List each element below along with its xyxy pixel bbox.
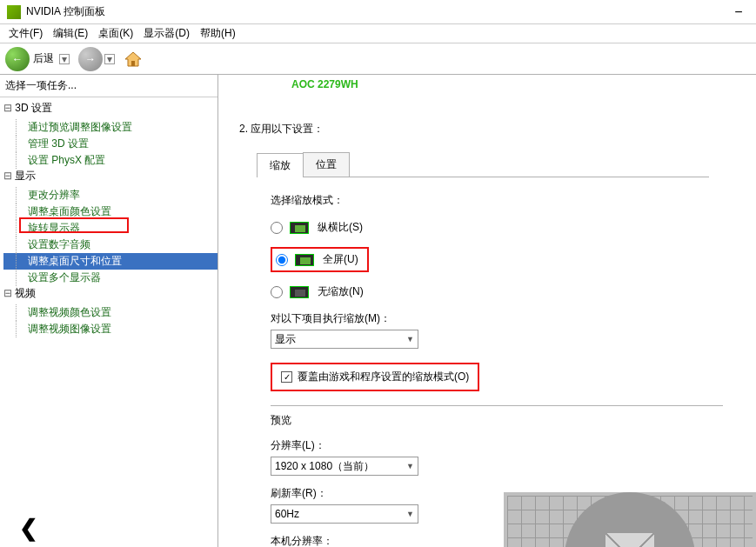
resolution-value: 1920 x 1080（当前） [275,459,374,474]
radio-none-row[interactable]: 无缩放(N) [271,284,746,299]
menu-help[interactable]: 帮助(H) [195,26,241,41]
menu-desktop[interactable]: 桌面(K) [93,26,138,41]
radio-none[interactable] [271,286,283,298]
tree-item-change-resolution[interactable]: 更改分辨率 [3,187,217,203]
chevron-down-icon: ▾ [62,53,67,65]
tab-position[interactable]: 位置 [303,152,350,177]
override-checkbox-row[interactable]: ✓ 覆盖由游戏和程序设置的缩放模式(O) [281,370,469,384]
tree-item-video-color[interactable]: 调整视频颜色设置 [3,304,217,321]
window-title: NVIDIA 控制面板 [26,4,728,19]
sidebar-header: 选择一项任务... [0,75,217,97]
highlight-box: 全屏(U) [271,247,369,272]
highlight-box: ✓ 覆盖由游戏和程序设置的缩放模式(O) [271,363,479,391]
minimize-button[interactable]: − [728,4,749,20]
tree-item-rotate-display[interactable]: 旋转显示器 [3,220,217,237]
forward-dropdown[interactable]: ▾ [104,54,115,64]
preview-heading: 预览 [271,413,746,428]
tree-item-multi-display[interactable]: 设置多个显示器 [3,270,217,286]
perform-on-label: 对以下项目执行缩放(M)： [271,311,746,326]
tabs: 缩放 位置 [257,152,709,177]
monitor-icon [290,286,309,298]
tree-item-physx[interactable]: 设置 PhysX 配置 [3,152,217,169]
tree-item-adjust-image-preview[interactable]: 通过预览调整图像设置 [3,119,217,136]
perform-on-value: 显示 [275,332,296,347]
resolution-label: 分辨率(L)： [271,438,746,453]
nvidia-logo-icon [7,5,21,19]
svg-rect-1 [131,61,135,66]
arrow-left-icon: ← [12,53,23,65]
override-checkbox[interactable]: ✓ [281,371,292,383]
chevron-down-icon: ▼ [406,510,414,518]
forward-button[interactable]: → [78,47,103,71]
tree-item-adjust-size-position[interactable]: 调整桌面尺寸和位置 [3,253,217,270]
home-button[interactable] [124,50,143,68]
section-title: 2. 应用以下设置： [239,122,746,137]
radio-fullscreen[interactable] [276,254,288,266]
tree-item-digital-audio[interactable]: 设置数字音频 [3,237,217,253]
refresh-select[interactable]: 60Hz ▼ [271,504,418,524]
scale-mode-heading: 选择缩放模式： [271,193,746,208]
task-tree: 3D 设置 通过预览调整图像设置 管理 3D 设置 设置 PhysX 配置 显示… [0,97,217,547]
menu-bar: 文件(F) 编辑(E) 桌面(K) 显示器(D) 帮助(H) [0,24,756,43]
tree-category-video[interactable]: 视频 [3,287,36,299]
back-button[interactable]: ← [5,47,30,71]
menu-edit[interactable]: 编辑(E) [48,26,93,41]
monitor-icon [290,222,309,234]
preview-pane [504,492,756,547]
perform-on-select[interactable]: 显示 ▼ [271,330,418,349]
menu-file[interactable]: 文件(F) [3,26,48,41]
menu-display[interactable]: 显示器(D) [138,26,195,41]
sidebar: 选择一项任务... 3D 设置 通过预览调整图像设置 管理 3D 设置 设置 P… [0,75,218,547]
chevron-down-icon: ▼ [406,335,414,344]
refresh-value: 60Hz [275,508,299,520]
tab-scale[interactable]: 缩放 [257,153,304,177]
divider [271,405,723,406]
content-pane: AOC 2279WH 2. 应用以下设置： 缩放 位置 选择缩放模式： 纵横比(… [218,75,756,547]
toolbar: ← 后退 ▾ → ▾ [0,43,756,75]
resolution-select[interactable]: 1920 x 1080（当前） ▼ [271,457,418,476]
tree-item-desktop-color[interactable]: 调整桌面颜色设置 [3,203,217,220]
radio-aspect-label: 纵横比(S) [318,220,363,235]
tree-category-display[interactable]: 显示 [3,170,36,182]
radio-fullscreen-label: 全屏(U) [323,252,358,267]
tree-category-3d[interactable]: 3D 设置 [3,102,52,114]
monitor-name: AOC 2279WH [291,78,746,90]
chevron-down-icon: ▾ [107,53,112,65]
radio-fullscreen-row[interactable]: 全屏(U) [276,252,358,267]
chevron-down-icon: ▼ [406,462,414,470]
tree-item-video-image[interactable]: 调整视频图像设置 [3,321,217,337]
monitor-icon [295,254,314,266]
override-checkbox-label: 覆盖由游戏和程序设置的缩放模式(O) [298,370,469,384]
radio-none-label: 无缩放(N) [318,284,364,299]
back-dropdown[interactable]: ▾ [59,54,70,64]
preview-square [605,533,654,547]
home-icon [124,50,143,68]
radio-aspect-row[interactable]: 纵横比(S) [271,220,746,235]
back-label: 后退 [33,51,54,66]
arrow-right-icon: → [85,53,96,65]
title-bar: NVIDIA 控制面板 − [0,0,756,24]
radio-aspect[interactable] [271,222,283,234]
tree-item-manage-3d[interactable]: 管理 3D 设置 [3,136,217,152]
collapse-chevron-icon[interactable]: ❮ [19,515,38,542]
